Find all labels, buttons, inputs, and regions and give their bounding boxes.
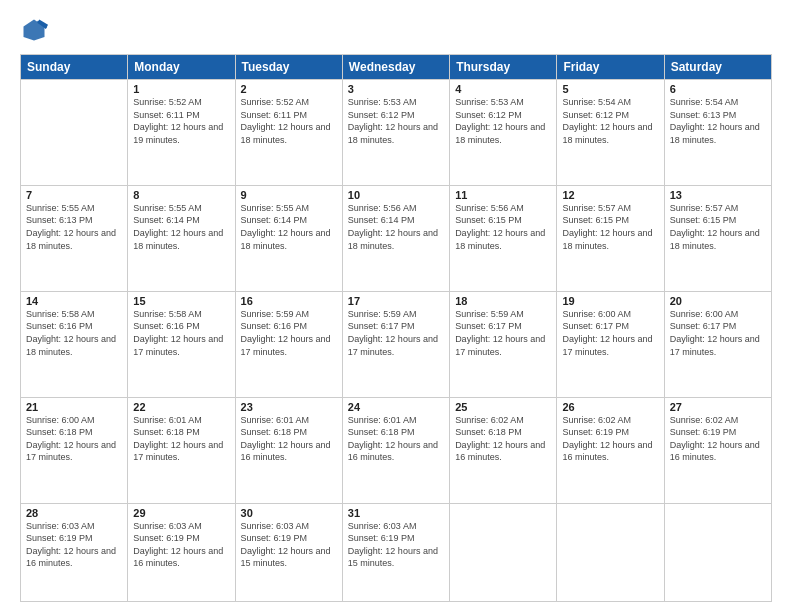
day-cell: 28Sunrise: 6:03 AMSunset: 6:19 PMDayligh… xyxy=(21,503,128,602)
day-info: Sunrise: 6:03 AMSunset: 6:19 PMDaylight:… xyxy=(26,520,122,570)
day-info: Sunrise: 5:59 AMSunset: 6:16 PMDaylight:… xyxy=(241,308,337,358)
day-number: 22 xyxy=(133,401,229,413)
day-number: 18 xyxy=(455,295,551,307)
day-number: 19 xyxy=(562,295,658,307)
col-header-sunday: Sunday xyxy=(21,55,128,80)
day-number: 6 xyxy=(670,83,766,95)
day-info: Sunrise: 5:52 AMSunset: 6:11 PMDaylight:… xyxy=(133,96,229,146)
day-info: Sunrise: 5:54 AMSunset: 6:13 PMDaylight:… xyxy=(670,96,766,146)
calendar-table: SundayMondayTuesdayWednesdayThursdayFrid… xyxy=(20,54,772,602)
day-number: 23 xyxy=(241,401,337,413)
day-cell: 11Sunrise: 5:56 AMSunset: 6:15 PMDayligh… xyxy=(450,185,557,291)
day-info: Sunrise: 5:56 AMSunset: 6:15 PMDaylight:… xyxy=(455,202,551,252)
col-header-wednesday: Wednesday xyxy=(342,55,449,80)
logo-icon xyxy=(20,16,48,44)
day-number: 26 xyxy=(562,401,658,413)
day-info: Sunrise: 5:59 AMSunset: 6:17 PMDaylight:… xyxy=(455,308,551,358)
day-cell: 17Sunrise: 5:59 AMSunset: 6:17 PMDayligh… xyxy=(342,291,449,397)
day-cell: 2Sunrise: 5:52 AMSunset: 6:11 PMDaylight… xyxy=(235,80,342,186)
day-number: 3 xyxy=(348,83,444,95)
day-number: 4 xyxy=(455,83,551,95)
day-cell: 15Sunrise: 5:58 AMSunset: 6:16 PMDayligh… xyxy=(128,291,235,397)
day-info: Sunrise: 6:03 AMSunset: 6:19 PMDaylight:… xyxy=(241,520,337,570)
week-row-3: 14Sunrise: 5:58 AMSunset: 6:16 PMDayligh… xyxy=(21,291,772,397)
day-cell: 7Sunrise: 5:55 AMSunset: 6:13 PMDaylight… xyxy=(21,185,128,291)
day-cell: 9Sunrise: 5:55 AMSunset: 6:14 PMDaylight… xyxy=(235,185,342,291)
day-cell: 30Sunrise: 6:03 AMSunset: 6:19 PMDayligh… xyxy=(235,503,342,602)
day-cell: 3Sunrise: 5:53 AMSunset: 6:12 PMDaylight… xyxy=(342,80,449,186)
day-number: 17 xyxy=(348,295,444,307)
day-info: Sunrise: 6:02 AMSunset: 6:19 PMDaylight:… xyxy=(562,414,658,464)
day-info: Sunrise: 6:01 AMSunset: 6:18 PMDaylight:… xyxy=(133,414,229,464)
day-cell xyxy=(557,503,664,602)
day-cell: 12Sunrise: 5:57 AMSunset: 6:15 PMDayligh… xyxy=(557,185,664,291)
day-number: 12 xyxy=(562,189,658,201)
day-number: 25 xyxy=(455,401,551,413)
day-cell: 13Sunrise: 5:57 AMSunset: 6:15 PMDayligh… xyxy=(664,185,771,291)
day-info: Sunrise: 6:00 AMSunset: 6:17 PMDaylight:… xyxy=(562,308,658,358)
day-cell xyxy=(21,80,128,186)
day-info: Sunrise: 6:03 AMSunset: 6:19 PMDaylight:… xyxy=(133,520,229,570)
day-number: 7 xyxy=(26,189,122,201)
col-header-thursday: Thursday xyxy=(450,55,557,80)
page: SundayMondayTuesdayWednesdayThursdayFrid… xyxy=(0,0,792,612)
header-row: SundayMondayTuesdayWednesdayThursdayFrid… xyxy=(21,55,772,80)
day-cell: 6Sunrise: 5:54 AMSunset: 6:13 PMDaylight… xyxy=(664,80,771,186)
day-info: Sunrise: 5:59 AMSunset: 6:17 PMDaylight:… xyxy=(348,308,444,358)
day-info: Sunrise: 5:53 AMSunset: 6:12 PMDaylight:… xyxy=(348,96,444,146)
day-info: Sunrise: 5:55 AMSunset: 6:14 PMDaylight:… xyxy=(133,202,229,252)
day-number: 1 xyxy=(133,83,229,95)
day-cell: 8Sunrise: 5:55 AMSunset: 6:14 PMDaylight… xyxy=(128,185,235,291)
day-number: 16 xyxy=(241,295,337,307)
col-header-friday: Friday xyxy=(557,55,664,80)
day-cell: 20Sunrise: 6:00 AMSunset: 6:17 PMDayligh… xyxy=(664,291,771,397)
day-info: Sunrise: 6:00 AMSunset: 6:17 PMDaylight:… xyxy=(670,308,766,358)
week-row-5: 28Sunrise: 6:03 AMSunset: 6:19 PMDayligh… xyxy=(21,503,772,602)
day-cell: 16Sunrise: 5:59 AMSunset: 6:16 PMDayligh… xyxy=(235,291,342,397)
day-cell: 4Sunrise: 5:53 AMSunset: 6:12 PMDaylight… xyxy=(450,80,557,186)
day-info: Sunrise: 6:02 AMSunset: 6:19 PMDaylight:… xyxy=(670,414,766,464)
day-cell: 24Sunrise: 6:01 AMSunset: 6:18 PMDayligh… xyxy=(342,397,449,503)
day-cell: 31Sunrise: 6:03 AMSunset: 6:19 PMDayligh… xyxy=(342,503,449,602)
day-info: Sunrise: 6:01 AMSunset: 6:18 PMDaylight:… xyxy=(241,414,337,464)
day-info: Sunrise: 5:55 AMSunset: 6:13 PMDaylight:… xyxy=(26,202,122,252)
day-info: Sunrise: 5:57 AMSunset: 6:15 PMDaylight:… xyxy=(562,202,658,252)
header xyxy=(20,16,772,44)
col-header-tuesday: Tuesday xyxy=(235,55,342,80)
day-info: Sunrise: 6:00 AMSunset: 6:18 PMDaylight:… xyxy=(26,414,122,464)
day-cell: 14Sunrise: 5:58 AMSunset: 6:16 PMDayligh… xyxy=(21,291,128,397)
day-number: 29 xyxy=(133,507,229,519)
week-row-4: 21Sunrise: 6:00 AMSunset: 6:18 PMDayligh… xyxy=(21,397,772,503)
day-info: Sunrise: 5:53 AMSunset: 6:12 PMDaylight:… xyxy=(455,96,551,146)
week-row-2: 7Sunrise: 5:55 AMSunset: 6:13 PMDaylight… xyxy=(21,185,772,291)
day-number: 28 xyxy=(26,507,122,519)
day-info: Sunrise: 6:01 AMSunset: 6:18 PMDaylight:… xyxy=(348,414,444,464)
day-info: Sunrise: 5:57 AMSunset: 6:15 PMDaylight:… xyxy=(670,202,766,252)
day-number: 5 xyxy=(562,83,658,95)
day-cell: 23Sunrise: 6:01 AMSunset: 6:18 PMDayligh… xyxy=(235,397,342,503)
day-number: 27 xyxy=(670,401,766,413)
day-number: 31 xyxy=(348,507,444,519)
day-info: Sunrise: 6:03 AMSunset: 6:19 PMDaylight:… xyxy=(348,520,444,570)
day-cell xyxy=(664,503,771,602)
day-cell: 1Sunrise: 5:52 AMSunset: 6:11 PMDaylight… xyxy=(128,80,235,186)
day-info: Sunrise: 5:56 AMSunset: 6:14 PMDaylight:… xyxy=(348,202,444,252)
day-cell: 29Sunrise: 6:03 AMSunset: 6:19 PMDayligh… xyxy=(128,503,235,602)
day-number: 8 xyxy=(133,189,229,201)
col-header-monday: Monday xyxy=(128,55,235,80)
day-info: Sunrise: 5:55 AMSunset: 6:14 PMDaylight:… xyxy=(241,202,337,252)
day-cell xyxy=(450,503,557,602)
day-cell: 26Sunrise: 6:02 AMSunset: 6:19 PMDayligh… xyxy=(557,397,664,503)
day-number: 24 xyxy=(348,401,444,413)
day-cell: 18Sunrise: 5:59 AMSunset: 6:17 PMDayligh… xyxy=(450,291,557,397)
day-number: 21 xyxy=(26,401,122,413)
day-info: Sunrise: 6:02 AMSunset: 6:18 PMDaylight:… xyxy=(455,414,551,464)
day-cell: 5Sunrise: 5:54 AMSunset: 6:12 PMDaylight… xyxy=(557,80,664,186)
day-info: Sunrise: 5:52 AMSunset: 6:11 PMDaylight:… xyxy=(241,96,337,146)
day-cell: 21Sunrise: 6:00 AMSunset: 6:18 PMDayligh… xyxy=(21,397,128,503)
day-cell: 19Sunrise: 6:00 AMSunset: 6:17 PMDayligh… xyxy=(557,291,664,397)
day-number: 30 xyxy=(241,507,337,519)
day-cell: 10Sunrise: 5:56 AMSunset: 6:14 PMDayligh… xyxy=(342,185,449,291)
day-cell: 25Sunrise: 6:02 AMSunset: 6:18 PMDayligh… xyxy=(450,397,557,503)
day-number: 15 xyxy=(133,295,229,307)
